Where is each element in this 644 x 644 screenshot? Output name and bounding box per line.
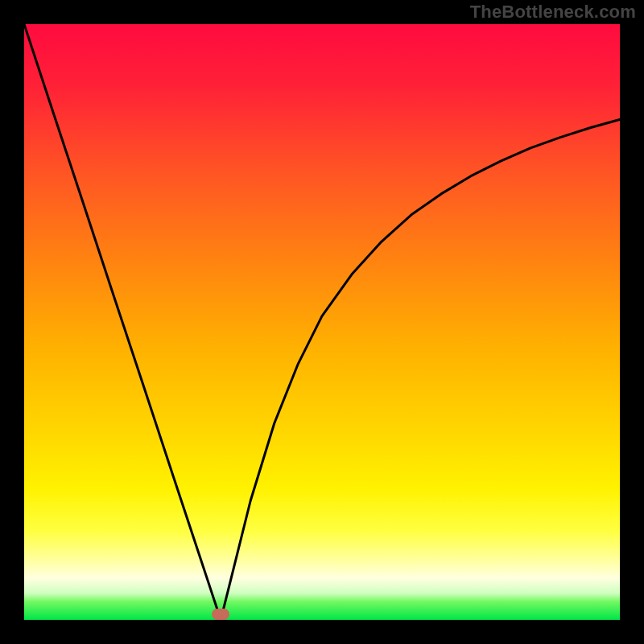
gradient-background: [24, 24, 620, 620]
chart-frame: TheBottleneck.com: [0, 0, 644, 644]
minimum-marker: [212, 609, 229, 620]
watermark-text: TheBottleneck.com: [470, 2, 636, 23]
plot-area: [24, 24, 620, 620]
